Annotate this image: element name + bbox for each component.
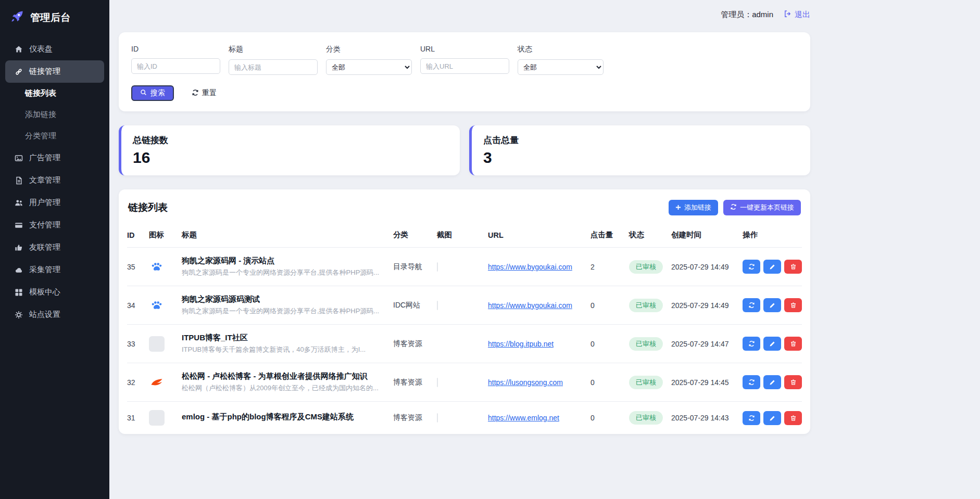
sidebar-subitem-link-list[interactable]: 链接列表 bbox=[0, 83, 109, 104]
sidebar: 管理后台 仪表盘 链接管理 链接列表 添加链接 分类管理 bbox=[0, 0, 109, 499]
delete-row-button[interactable] bbox=[784, 298, 802, 312]
link-created-time: 2025-07-29 14:45 bbox=[671, 378, 743, 387]
stat-label: 点击总量 bbox=[483, 134, 799, 146]
sidebar-item-dashboard[interactable]: 仪表盘 bbox=[5, 38, 104, 60]
refresh-row-button[interactable] bbox=[743, 298, 760, 312]
link-description: ITPUB博客每天千篇余篇博文新资讯，40多万活跃博主，为I... bbox=[182, 345, 383, 354]
link-created-time: 2025-07-29 14:49 bbox=[671, 263, 743, 271]
sidebar-item-friend-links-management[interactable]: 友联管理 bbox=[5, 236, 104, 259]
category-filter-label: 分类 bbox=[326, 45, 412, 54]
reset-button[interactable]: 重置 bbox=[189, 88, 220, 98]
delete-row-button[interactable] bbox=[784, 260, 802, 274]
col-category: 分类 bbox=[393, 230, 437, 240]
stats-row: 总链接数 16 点击总量 3 bbox=[119, 125, 810, 175]
row-id: 35 bbox=[127, 263, 149, 271]
app-title: 管理后台 bbox=[30, 11, 71, 24]
file-icon bbox=[15, 176, 23, 185]
link-url[interactable]: https://www.emlog.net bbox=[488, 414, 566, 422]
sidebar-item-ad-management[interactable]: 广告管理 bbox=[5, 147, 104, 169]
link-created-time: 2025-07-29 14:43 bbox=[671, 414, 743, 422]
link-title: emlog - 基于php的blog博客程序及CMS建站系统 bbox=[182, 412, 383, 422]
stat-value: 16 bbox=[133, 149, 448, 167]
refresh-row-button[interactable] bbox=[743, 411, 760, 425]
sidebar-item-site-settings[interactable]: 站点设置 bbox=[5, 303, 104, 326]
sidebar-item-label: 站点设置 bbox=[29, 310, 60, 319]
table-row: 33 ITPUB博客_IT社区 ITPUB博客每天千篇余篇博文新资讯，40多万活… bbox=[127, 324, 802, 363]
sidebar-item-label: 仪表盘 bbox=[29, 44, 53, 54]
gear-icon bbox=[15, 311, 23, 319]
image-icon bbox=[15, 154, 23, 162]
site-screenshot-thumbnail bbox=[437, 301, 438, 310]
status-select[interactable]: 全部 bbox=[518, 59, 604, 75]
link-url[interactable]: https://www.bygoukai.com bbox=[488, 263, 579, 271]
edit-row-button[interactable] bbox=[763, 337, 781, 351]
category-select[interactable]: 全部 bbox=[326, 59, 412, 75]
link-clicks: 0 bbox=[590, 340, 629, 348]
link-url[interactable]: https://lusongsong.com bbox=[488, 378, 569, 387]
edit-row-button[interactable] bbox=[763, 260, 781, 274]
cloud-icon bbox=[15, 266, 23, 274]
link-category: 博客资源 bbox=[393, 339, 437, 349]
col-status: 状态 bbox=[629, 230, 671, 240]
search-icon bbox=[140, 89, 147, 97]
sidebar-item-payment-management[interactable]: 支付管理 bbox=[5, 214, 104, 236]
rocket-logo-icon bbox=[9, 9, 25, 27]
id-filter-input[interactable] bbox=[131, 58, 220, 74]
table-row: 32 松松网 - 卢松松博客 - 为草根创业者提供网络推广知识 松松网（卢松松博… bbox=[127, 363, 802, 401]
sidebar-subitem-add-link[interactable]: 添加链接 bbox=[0, 104, 109, 125]
edit-row-button[interactable] bbox=[763, 411, 781, 425]
delete-row-button[interactable] bbox=[784, 375, 802, 389]
logout-link[interactable]: 退出 bbox=[784, 10, 810, 20]
add-link-button[interactable]: 添加链接 bbox=[669, 200, 718, 215]
panel-title: 链接列表 bbox=[128, 201, 168, 214]
sidebar-item-user-management[interactable]: 用户管理 bbox=[5, 191, 104, 214]
row-id: 32 bbox=[127, 378, 149, 387]
sidebar-subitem-category-management[interactable]: 分类管理 bbox=[0, 125, 109, 147]
delete-row-button[interactable] bbox=[784, 411, 802, 425]
link-clicks: 0 bbox=[590, 378, 629, 387]
sidebar-item-link-management[interactable]: 链接管理 bbox=[5, 60, 104, 83]
table-row: 34 狗凯之家源码源码测试 狗凯之家源码是一个专业的网络资源分享平台,提供各种P… bbox=[127, 286, 802, 324]
plus-icon bbox=[675, 204, 681, 212]
admin-name: admin bbox=[752, 10, 773, 19]
site-screenshot-thumbnail bbox=[437, 262, 438, 272]
search-button[interactable]: 搜索 bbox=[131, 85, 174, 101]
link-category: 目录导航 bbox=[393, 262, 437, 272]
link-url[interactable]: https://blog.itpub.net bbox=[488, 340, 560, 348]
row-id: 33 bbox=[127, 340, 149, 348]
sidebar-item-template-center[interactable]: 模板中心 bbox=[5, 281, 104, 303]
sidebar-menu: 仪表盘 链接管理 链接列表 添加链接 分类管理 广告管理 bbox=[0, 38, 109, 326]
table-row: 35 狗凯之家源码网 - 演示站点 狗凯之家源码是一个专业的网络资源分享平台,提… bbox=[127, 247, 802, 286]
edit-row-button[interactable] bbox=[763, 375, 781, 389]
refresh-row-button[interactable] bbox=[743, 337, 760, 351]
update-page-links-button[interactable]: 一键更新本页链接 bbox=[723, 200, 801, 215]
link-title: 狗凯之家源码网 - 演示站点 bbox=[182, 256, 383, 266]
link-category: 博客资源 bbox=[393, 413, 437, 423]
col-actions: 操作 bbox=[743, 230, 802, 240]
stat-value: 3 bbox=[483, 149, 799, 167]
sidebar-item-label: 用户管理 bbox=[29, 198, 60, 208]
sidebar-item-collection-management[interactable]: 采集管理 bbox=[5, 259, 104, 281]
status-badge: 已审核 bbox=[629, 260, 663, 274]
sidebar-item-label: 链接管理 bbox=[29, 67, 60, 76]
link-icon bbox=[15, 68, 23, 76]
url-filter-label: URL bbox=[420, 45, 509, 53]
logout-icon bbox=[784, 10, 791, 19]
delete-row-button[interactable] bbox=[784, 337, 802, 351]
title-filter-input[interactable] bbox=[229, 59, 318, 75]
stat-card-total-clicks: 点击总量 3 bbox=[469, 125, 810, 175]
main-area: 管理员：admin 退出 ID 标题 分类 bbox=[109, 0, 980, 499]
edit-row-button[interactable] bbox=[763, 298, 781, 312]
row-id: 31 bbox=[127, 414, 149, 422]
refresh-row-button[interactable] bbox=[743, 260, 760, 274]
col-created: 创建时间 bbox=[671, 230, 743, 240]
link-category: IDC网站 bbox=[393, 301, 437, 310]
admin-info: 管理员：admin bbox=[721, 10, 773, 20]
status-filter-label: 状态 bbox=[518, 45, 604, 54]
sidebar-item-article-management[interactable]: 文章管理 bbox=[5, 169, 104, 191]
refresh-row-button[interactable] bbox=[743, 375, 760, 389]
url-filter-input[interactable] bbox=[420, 58, 509, 74]
col-url: URL bbox=[488, 231, 590, 239]
col-screenshot: 截图 bbox=[437, 230, 488, 240]
link-url[interactable]: https://www.bygoukai.com bbox=[488, 301, 579, 310]
